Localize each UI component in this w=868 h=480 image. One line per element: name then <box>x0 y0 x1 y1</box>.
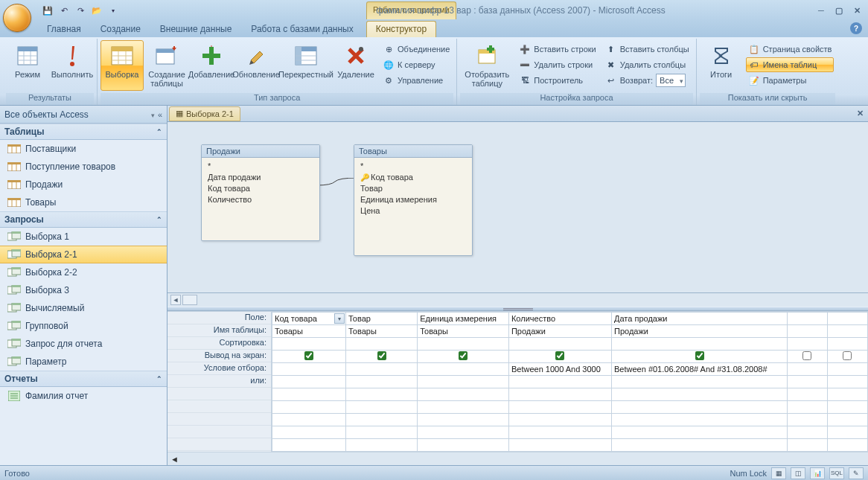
nav-item[interactable]: Выборка 3 <box>0 281 167 299</box>
grid-cell[interactable] <box>827 414 867 426</box>
grid-cell[interactable]: Дата продажи <box>612 313 788 325</box>
update-button[interactable]: Обновление <box>234 40 278 91</box>
nav-category[interactable]: Таблицы⌃ <box>0 124 167 140</box>
nav-item[interactable]: Групповой <box>0 317 167 335</box>
window-close-button[interactable]: ✕ <box>849 4 865 16</box>
show-checkbox[interactable] <box>304 351 313 360</box>
nav-item[interactable]: Вычисляемый <box>0 299 167 317</box>
showtable-button[interactable]: Отобразить таблицу <box>460 40 514 91</box>
return-field[interactable]: Все <box>656 74 686 87</box>
grid-cell[interactable] <box>508 338 611 351</box>
grid-cell[interactable] <box>418 439 509 452</box>
document-tab[interactable]: ▦ Выборка 2-1 <box>169 106 240 121</box>
navpane-header[interactable]: Все объекты Access ▾« <box>0 106 167 124</box>
qat-more-icon[interactable]: ▾ <box>106 3 121 18</box>
nav-item[interactable]: Поставщики <box>0 140 167 158</box>
table-box-header[interactable]: Продажи <box>202 145 319 158</box>
grid-cell[interactable] <box>827 439 867 452</box>
run-button[interactable]: Выполнить <box>51 40 94 91</box>
grid-cell[interactable] <box>827 388 867 401</box>
grid-cell[interactable] <box>827 363 867 376</box>
nav-category[interactable]: Запросы⌃ <box>0 211 167 228</box>
totals-button[interactable]: Итоги <box>700 40 743 91</box>
tablenames-button[interactable]: 🏷Имена таблиц <box>746 57 835 72</box>
grid-cell[interactable] <box>272 388 346 401</box>
grid-cell[interactable] <box>345 376 417 388</box>
maketable-button[interactable]: Создание таблицы <box>145 40 188 91</box>
tab-dbtools[interactable]: Работа с базами данных <box>241 21 363 37</box>
deleterows-button[interactable]: ➖Удалить строки <box>517 57 598 72</box>
table-box[interactable]: Продажи*Дата продажиКод товараКоличество <box>201 144 320 241</box>
grid-cell[interactable] <box>612 388 788 401</box>
grid-cell[interactable] <box>418 363 509 376</box>
nav-item[interactable]: Выборка 2-2 <box>0 263 167 281</box>
grid-cell[interactable] <box>272 426 346 439</box>
grid-cell[interactable] <box>827 325 867 338</box>
grid-cell[interactable] <box>787 439 827 452</box>
grid-cell[interactable] <box>508 426 611 439</box>
delete-query-button[interactable]: Удаление <box>334 40 377 91</box>
grid-cell[interactable]: Код товара▾ <box>272 313 346 325</box>
return-button[interactable]: ↩Возврат: Все <box>603 73 692 88</box>
grid-cell[interactable] <box>787 414 827 426</box>
document-close-button[interactable]: ✕ <box>852 109 868 118</box>
grid-cell[interactable] <box>418 338 509 351</box>
grid-cell[interactable]: Продажи <box>508 325 611 338</box>
grid-cell[interactable] <box>418 414 509 426</box>
grid-cell[interactable] <box>418 376 509 388</box>
grid-cell[interactable] <box>787 388 827 401</box>
table-box-fields[interactable]: *Дата продажиКод товараКоличество <box>202 158 319 208</box>
passthrough-button[interactable]: 🌐К серверу <box>380 57 452 72</box>
grid-cell[interactable] <box>272 363 346 376</box>
insertrows-button[interactable]: ➕Вставить строки <box>517 42 598 57</box>
grid-cell[interactable] <box>345 363 417 376</box>
view-design-button[interactable]: ✎ <box>849 467 864 479</box>
grid-cell[interactable] <box>345 338 417 351</box>
grid-cell[interactable] <box>787 325 827 338</box>
window-restore-button[interactable]: ▢ <box>831 4 847 16</box>
insertcols-button[interactable]: ⬆Вставить столбцы <box>603 42 692 57</box>
grid-cell[interactable] <box>787 351 827 363</box>
bottom-scrollbar[interactable]: ◄ <box>167 452 868 465</box>
qat-undo-icon[interactable]: ↶ <box>57 3 71 18</box>
grid-cell[interactable]: Товары <box>272 325 346 338</box>
grid-cell[interactable] <box>612 414 788 426</box>
tab-home[interactable]: Главная <box>37 21 91 37</box>
grid-cell[interactable] <box>418 426 509 439</box>
nav-item[interactable]: Выборка 1 <box>0 228 167 246</box>
grid-cell[interactable]: Продажи <box>612 325 788 338</box>
office-button[interactable] <box>3 4 31 32</box>
view-sql-button[interactable]: SQL <box>829 467 844 479</box>
grid-cell[interactable] <box>272 414 346 426</box>
grid-cell[interactable] <box>612 351 788 363</box>
view-chart-button[interactable]: 📊 <box>810 467 825 479</box>
show-checkbox[interactable] <box>459 351 467 360</box>
show-checkbox[interactable] <box>377 351 386 360</box>
grid-cell[interactable] <box>827 351 867 363</box>
grid-cell[interactable]: Товары <box>345 325 417 338</box>
navpane-collapse-icon[interactable]: « <box>158 110 162 119</box>
grid-cell[interactable] <box>827 313 867 325</box>
table-box[interactable]: Товары*🔑Код товараТоварЕдиница измерения… <box>354 144 473 256</box>
grid-cell[interactable] <box>827 338 867 351</box>
qat-redo-icon[interactable]: ↷ <box>73 3 88 18</box>
nav-item[interactable]: Продажи <box>0 176 167 193</box>
params-button[interactable]: 📝Параметры <box>746 73 835 88</box>
select-query-button[interactable]: Выборка <box>100 40 144 91</box>
grid-cell[interactable] <box>345 401 417 414</box>
grid-cell[interactable] <box>612 401 788 414</box>
nav-item[interactable]: Товары <box>0 193 167 211</box>
grid-cell[interactable] <box>345 426 417 439</box>
grid-cell[interactable] <box>508 414 611 426</box>
table-box-fields[interactable]: *🔑Код товараТоварЕдиница измеренияЦена <box>354 158 472 220</box>
grid-cell[interactable] <box>787 426 827 439</box>
grid-cell[interactable]: Between #01.06.2008# And #31.08.2008# <box>612 363 788 376</box>
grid-cell[interactable]: Единица измерения <box>418 313 509 325</box>
show-checkbox[interactable] <box>555 351 564 360</box>
grid-cell[interactable] <box>827 376 867 388</box>
grid-cell[interactable] <box>272 351 346 363</box>
scroll-left-icon[interactable]: ◄ <box>170 455 179 464</box>
grid-cell[interactable] <box>418 351 509 363</box>
grid-cell[interactable] <box>787 313 827 325</box>
view-pivot-button[interactable]: ◫ <box>791 467 805 479</box>
